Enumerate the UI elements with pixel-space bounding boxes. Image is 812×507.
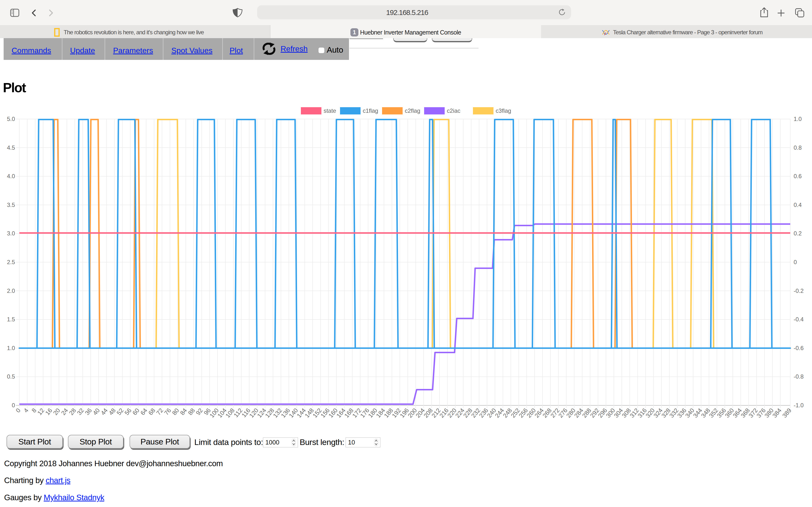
- svg-text:1.0: 1.0: [794, 116, 802, 122]
- svg-text:-0.2: -0.2: [794, 288, 804, 294]
- svg-text:2.0: 2.0: [7, 288, 15, 294]
- svg-text:-0.8: -0.8: [794, 373, 804, 380]
- svg-text:0.2: 0.2: [794, 230, 802, 237]
- svg-text:5.0: 5.0: [7, 116, 15, 122]
- svg-text:-0.6: -0.6: [794, 345, 804, 351]
- svg-text:4.0: 4.0: [7, 173, 15, 179]
- svg-text:0.6: 0.6: [794, 173, 802, 179]
- svg-text:3.5: 3.5: [7, 202, 15, 208]
- svg-text:384: 384: [771, 407, 783, 419]
- svg-text:-0.4: -0.4: [794, 316, 804, 323]
- svg-text:2.5: 2.5: [7, 259, 15, 265]
- svg-text:0.5: 0.5: [7, 373, 15, 380]
- svg-text:389: 389: [781, 407, 793, 419]
- svg-text:0: 0: [14, 407, 21, 414]
- svg-text:1.5: 1.5: [7, 316, 15, 323]
- svg-text:0: 0: [12, 402, 15, 408]
- svg-text:8: 8: [30, 407, 38, 414]
- svg-text:-1.0: -1.0: [794, 402, 804, 408]
- svg-text:0.8: 0.8: [794, 145, 802, 151]
- svg-text:4.5: 4.5: [7, 145, 15, 151]
- svg-text:0.4: 0.4: [794, 202, 802, 208]
- svg-text:1.0: 1.0: [7, 345, 15, 351]
- svg-text:4: 4: [22, 407, 30, 414]
- svg-text:0: 0: [794, 259, 797, 265]
- svg-text:3.0: 3.0: [7, 230, 15, 237]
